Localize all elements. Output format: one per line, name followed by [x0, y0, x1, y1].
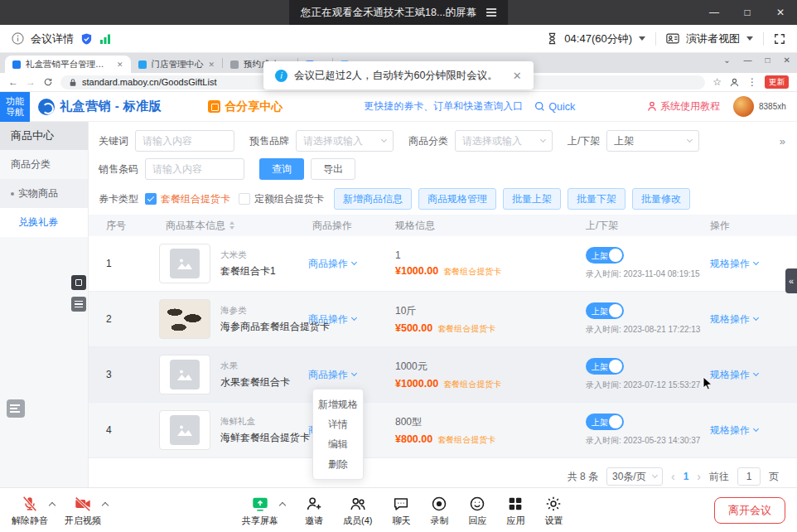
- security-shield-icon[interactable]: [80, 32, 93, 46]
- tab-search-icon[interactable]: ⌄: [723, 56, 730, 65]
- sidebar-item-categories[interactable]: 商品分类: [0, 150, 88, 179]
- floating-widget-icon[interactable]: [71, 275, 86, 290]
- keyword-input[interactable]: [135, 130, 234, 152]
- view-mode-dropdown-icon[interactable]: [746, 36, 753, 41]
- shelf-toggle[interactable]: 上架: [586, 414, 624, 430]
- row-no: 3: [89, 369, 147, 380]
- close-button[interactable]: ✕: [764, 0, 797, 25]
- current-page-button[interactable]: 1: [683, 471, 689, 482]
- search-button[interactable]: 查询: [259, 158, 304, 180]
- fixed-card-checkbox-label[interactable]: 定额组合提货卡: [254, 192, 324, 206]
- entry-time: 录入时间: 2023-08-21 17:22:13: [586, 324, 710, 336]
- barcode-input[interactable]: [145, 158, 244, 180]
- invite-button[interactable]: 邀请: [305, 495, 323, 527]
- tab-close-icon[interactable]: ✕: [209, 60, 215, 69]
- update-badge[interactable]: 更新: [765, 75, 789, 89]
- product-image-placeholder: [159, 244, 210, 283]
- page-size-select[interactable]: 30条/页: [606, 467, 663, 486]
- function-nav-button[interactable]: 功能导航: [0, 92, 30, 122]
- collapse-panel-tab[interactable]: «: [785, 268, 797, 293]
- sidebar-item-gift-vouchers[interactable]: 兑换礼券: [0, 208, 88, 237]
- quick-link[interactable]: Quick: [534, 101, 575, 113]
- product-op-link-open[interactable]: 商品操作: [308, 368, 356, 382]
- view-mode-selector[interactable]: 演讲者视图: [686, 31, 740, 46]
- star-bookmark-icon[interactable]: ☆: [712, 76, 722, 88]
- floating-menu-icon[interactable]: [71, 297, 86, 312]
- brand-name: 礼盒营销 - 标准版: [60, 99, 162, 114]
- combo-card-checkbox[interactable]: [145, 193, 157, 205]
- quick-menu-icon[interactable]: [7, 399, 25, 418]
- add-product-button[interactable]: 新增商品信息: [334, 188, 412, 210]
- unmute-button[interactable]: 解除静音: [12, 495, 48, 527]
- sort-icon[interactable]: [229, 221, 234, 230]
- product-op-link[interactable]: 商品操作: [308, 257, 356, 271]
- profile-icon[interactable]: [729, 77, 740, 88]
- spec-manage-button[interactable]: 商品规格管理: [418, 188, 496, 210]
- maximize-button[interactable]: □: [731, 0, 764, 25]
- back-icon[interactable]: ←: [8, 76, 18, 88]
- expand-filters-icon[interactable]: »: [780, 135, 784, 148]
- shelf-select[interactable]: 上架: [606, 130, 699, 152]
- share-screen-button[interactable]: 共享屏幕: [242, 495, 278, 527]
- members-button[interactable]: 成员(4): [343, 495, 372, 527]
- product-op-link[interactable]: 商品操作: [308, 312, 356, 326]
- shelf-toggle[interactable]: 上架: [586, 358, 624, 375]
- menu-item-edit[interactable]: 编辑: [313, 434, 363, 454]
- sidebar-item-physical-goods[interactable]: 实物商品: [0, 179, 88, 208]
- tab-close-icon[interactable]: ✕: [117, 60, 123, 69]
- camera-options-icon[interactable]: [102, 501, 109, 508]
- toast-close-icon[interactable]: ✕: [513, 70, 522, 82]
- category-label: 商品分类: [408, 134, 448, 148]
- export-button[interactable]: 导出: [311, 158, 355, 180]
- menu-item-delete[interactable]: 删除: [313, 454, 363, 474]
- reactions-button[interactable]: 回应: [468, 495, 486, 527]
- fullscreen-icon[interactable]: [774, 33, 785, 45]
- apps-button[interactable]: 应用: [506, 495, 524, 527]
- meeting-details-link[interactable]: 会议详情: [31, 31, 74, 46]
- browser-maximize-button[interactable]: □: [766, 56, 770, 65]
- prev-page-button[interactable]: ‹: [671, 470, 675, 483]
- record-button[interactable]: 录制: [430, 495, 448, 527]
- fixed-card-checkbox[interactable]: [239, 193, 250, 205]
- menu-item-details[interactable]: 详情: [313, 414, 363, 434]
- speaker-view-icon: [666, 33, 679, 44]
- info-icon[interactable]: [12, 32, 24, 45]
- combo-card-checkbox-label[interactable]: 套餐组合提货卡: [161, 192, 230, 206]
- category-select[interactable]: 请选择或输入: [455, 130, 553, 152]
- batch-offshelf-button[interactable]: 批量下架: [568, 188, 626, 210]
- settings-button[interactable]: 设置: [544, 495, 563, 527]
- browser-menu-icon[interactable]: ⋮: [747, 76, 757, 88]
- start-video-button[interactable]: 开启视频: [65, 495, 101, 527]
- user-avatar[interactable]: [733, 96, 754, 117]
- reload-icon[interactable]: [43, 77, 53, 87]
- spec-op-link[interactable]: 规格操作: [710, 312, 758, 326]
- chat-button[interactable]: 聊天: [392, 495, 410, 527]
- spec-op-link[interactable]: 规格操作: [710, 423, 758, 438]
- menu-item-add-spec[interactable]: 新增规格: [313, 394, 363, 414]
- batch-edit-button[interactable]: 批量修改: [632, 188, 690, 210]
- goto-page-input[interactable]: [737, 467, 761, 486]
- timer-dropdown-icon[interactable]: [639, 36, 645, 41]
- batch-onshelf-button[interactable]: 批量上架: [503, 188, 561, 210]
- browser-minimize-button[interactable]: —: [744, 56, 752, 65]
- tutorial-link[interactable]: 系统使用教程: [647, 99, 720, 114]
- browser-tab[interactable]: 门店管理中心 ✕: [131, 56, 223, 73]
- shelf-toggle[interactable]: 上架: [586, 302, 624, 319]
- leave-meeting-button[interactable]: 离开会议: [714, 497, 785, 524]
- share-center-link[interactable]: 合分享中心: [208, 99, 283, 114]
- mic-options-icon[interactable]: [49, 501, 56, 508]
- row-no: 2: [89, 313, 147, 325]
- browser-tab-active[interactable]: 礼盒营销平台管理中心 ✕: [5, 56, 131, 73]
- spec-op-link[interactable]: 规格操作: [710, 368, 758, 382]
- browser-close-button[interactable]: ✕: [784, 56, 790, 65]
- banner-menu-icon[interactable]: [486, 8, 496, 17]
- spec-op-link[interactable]: 规格操作: [710, 257, 758, 271]
- brand-select[interactable]: 请选择或输入: [296, 130, 394, 152]
- minimize-button[interactable]: —: [698, 0, 731, 25]
- shelf-toggle[interactable]: 上架: [586, 247, 624, 264]
- next-page-button[interactable]: ›: [697, 470, 701, 483]
- sidebar-title: 商品中心: [0, 122, 88, 150]
- network-signal-icon[interactable]: [99, 33, 111, 44]
- forward-icon[interactable]: →: [26, 76, 36, 88]
- share-options-icon[interactable]: [279, 501, 286, 508]
